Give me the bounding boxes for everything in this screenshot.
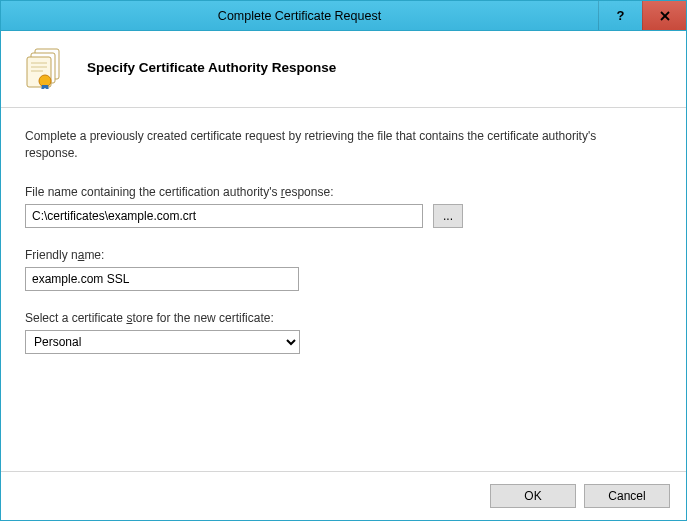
file-row: ...: [25, 204, 662, 228]
help-icon: ?: [617, 8, 625, 23]
certificate-store-select[interactable]: Personal: [25, 330, 300, 354]
dialog-content: Complete a previously created certificat…: [1, 108, 686, 471]
cancel-button[interactable]: Cancel: [584, 484, 670, 508]
certificate-icon: [25, 45, 69, 89]
dialog-footer: OK Cancel: [1, 471, 686, 520]
friendly-name-input[interactable]: [25, 267, 299, 291]
dialog-heading: Specify Certificate Authority Response: [87, 60, 336, 75]
help-button[interactable]: ?: [598, 1, 642, 30]
friendly-field-group: Friendly name:: [25, 248, 662, 291]
dialog-window: Complete Certificate Request ?: [0, 0, 687, 521]
intro-text: Complete a previously created certificat…: [25, 128, 625, 163]
friendly-label: Friendly name:: [25, 248, 662, 262]
file-label: File name containing the certification a…: [25, 185, 662, 199]
close-button[interactable]: [642, 1, 686, 30]
title-bar: Complete Certificate Request ?: [1, 1, 686, 31]
ellipsis-icon: ...: [443, 209, 453, 223]
close-icon: [659, 10, 671, 22]
browse-button[interactable]: ...: [433, 204, 463, 228]
window-title: Complete Certificate Request: [1, 1, 598, 30]
ok-button[interactable]: OK: [490, 484, 576, 508]
title-bar-buttons: ?: [598, 1, 686, 30]
store-field-group: Select a certificate store for the new c…: [25, 311, 662, 354]
file-field-group: File name containing the certification a…: [25, 185, 662, 228]
dialog-header: Specify Certificate Authority Response: [1, 31, 686, 107]
file-path-input[interactable]: [25, 204, 423, 228]
store-label: Select a certificate store for the new c…: [25, 311, 662, 325]
